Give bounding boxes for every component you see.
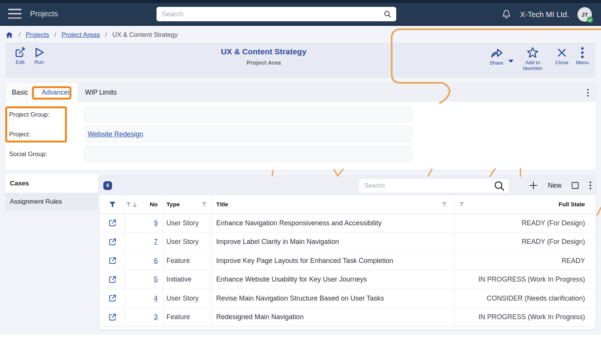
item-type: Initiative [163, 271, 212, 289]
filter-icon[interactable] [441, 201, 448, 207]
tab-strip: Basic Advanced WIP Limits [5, 83, 596, 102]
filter-active-icon[interactable] [109, 201, 116, 208]
edit-icon [14, 46, 26, 59]
notifications-bell-icon[interactable] [501, 9, 512, 20]
page-title: UX & Content Strategy [134, 47, 393, 56]
select-mode-button[interactable] [571, 182, 579, 189]
close-icon [556, 46, 568, 59]
table-row: 9 User Story Enhance Navigation Responsi… [100, 214, 596, 233]
online-status-icon [587, 17, 593, 23]
top-navbar: Projects X-Tech MI Ltd. JT [0, 3, 601, 26]
item-title: Improve Key Page Layouts for Enhanced Ta… [212, 252, 455, 270]
cases-table-card: 6 New No [100, 176, 596, 330]
item-type: Feature [163, 308, 212, 327]
user-avatar[interactable]: JT [577, 7, 592, 22]
add-item-button[interactable] [529, 181, 538, 190]
project-field[interactable]: Website Redesign [84, 126, 412, 142]
table-row: 4 User Story Revise Main Navigation Stru… [100, 289, 596, 308]
close-button[interactable]: Close [552, 46, 573, 66]
add-to-favorites-button[interactable]: Add tofavorites [519, 46, 546, 72]
sidebar-item-assignment-rules[interactable]: Assignment Rules [5, 193, 98, 211]
kebab-menu-icon [580, 46, 585, 59]
table-row: 5 Initiative Enhance Website Usability f… [100, 271, 596, 290]
column-header-no[interactable]: No [150, 201, 158, 208]
item-type: User Story [163, 289, 212, 308]
social-group-label: Social Group: [9, 150, 84, 158]
hamburger-menu-icon[interactable] [8, 9, 22, 19]
open-item-icon[interactable] [108, 275, 117, 284]
tab-strip-kebab-icon[interactable] [586, 88, 590, 97]
item-type: Feature [163, 252, 212, 270]
open-item-icon[interactable] [108, 218, 117, 228]
home-icon[interactable] [5, 31, 13, 39]
table-row: 7 User Story Improve Label Clarity in Ma… [100, 233, 596, 252]
cases-search-icon[interactable] [493, 180, 505, 191]
column-header-full-state[interactable]: Full State [558, 201, 585, 208]
column-header-type[interactable]: Type [166, 201, 180, 208]
tab-wip-limits[interactable]: WIP Limits [79, 83, 123, 102]
share-dropdown-caret-icon[interactable] [508, 59, 514, 63]
item-count-badge: 6 [103, 181, 112, 190]
filter-icon[interactable] [459, 201, 465, 207]
kebab-menu-icon [589, 181, 592, 190]
open-item-icon[interactable] [108, 237, 117, 247]
item-number-link[interactable]: 5 [154, 275, 158, 283]
item-number-link[interactable]: 4 [154, 294, 158, 302]
share-icon [490, 46, 503, 59]
social-group-field[interactable] [84, 146, 412, 162]
sort-descending-icon[interactable] [133, 201, 137, 208]
browser-top-strip [0, 0, 601, 3]
run-button[interactable]: Run [27, 46, 51, 65]
item-state: READY (For Design) [455, 233, 596, 252]
advanced-form: Project Group: Project: Website Redesign… [5, 102, 596, 170]
menu-button[interactable]: Menu [572, 46, 593, 66]
open-item-icon[interactable] [108, 313, 117, 322]
breadcrumb: / Projects / Project Areas / UX & Conten… [5, 29, 178, 41]
filter-icon[interactable] [201, 201, 207, 207]
open-item-icon[interactable] [108, 256, 117, 265]
item-type: User Story [163, 214, 212, 233]
new-button[interactable]: New [548, 182, 561, 190]
item-title: Revise Main Navigation Structure Based o… [212, 289, 455, 308]
item-state: READY [455, 252, 596, 270]
app-title: Projects [30, 9, 58, 18]
project-group-field[interactable] [84, 106, 412, 123]
search-icon[interactable] [383, 10, 392, 18]
share-button[interactable]: Share [486, 46, 507, 66]
column-header-title[interactable]: Title [216, 201, 228, 208]
run-icon [33, 46, 45, 59]
cases-search-input[interactable] [359, 182, 493, 190]
item-title: Enhance Navigation Responsiveness and Ac… [212, 214, 455, 233]
tab-basic[interactable]: Basic [6, 83, 34, 102]
item-number-link[interactable]: 9 [154, 219, 158, 227]
project-label: Project: [9, 131, 84, 138]
item-title: Improve Label Clarity in Main Navigation [212, 233, 455, 252]
item-number-link[interactable]: 3 [154, 313, 158, 321]
details-panel: Basic Advanced WIP Limits Project Group:… [5, 83, 596, 170]
tab-advanced[interactable]: Advanced [36, 83, 77, 102]
page-subtitle: Project Area [134, 59, 393, 66]
table-header: No Type Title Full State [100, 195, 596, 214]
project-group-label: Project Group: [9, 111, 84, 118]
section-sidebar: Cases Assignment Rules [5, 174, 98, 331]
project-value-link[interactable]: Website Redesign [88, 130, 143, 138]
global-search [157, 7, 396, 21]
breadcrumb-link-projects[interactable]: Projects [26, 31, 49, 39]
item-number-link[interactable]: 6 [154, 257, 158, 265]
star-icon [526, 46, 539, 59]
item-number-link[interactable]: 7 [154, 238, 158, 246]
organization-name[interactable]: X-Tech MI Ltd. [520, 10, 569, 19]
item-state: READY (For Design) [455, 214, 596, 233]
breadcrumb-link-project-areas[interactable]: Project Areas [62, 31, 100, 39]
table-row: 6 Feature Improve Key Page Layouts for E… [100, 252, 596, 271]
global-search-input[interactable] [157, 10, 383, 18]
sidebar-item-cases[interactable]: Cases [5, 174, 98, 193]
avatar-initials: JT [581, 11, 588, 18]
breadcrumb-current: UX & Content Strategy [112, 31, 178, 39]
cases-toolbar: 6 New [100, 176, 596, 195]
entity-toolbar: Edit Run UX & Content Strategy Project A… [5, 43, 596, 78]
cases-kebab-button[interactable] [589, 181, 592, 190]
item-title: Redesigned Main Navigation [212, 308, 455, 327]
open-item-icon[interactable] [108, 294, 117, 303]
filter-icon[interactable] [125, 201, 132, 207]
